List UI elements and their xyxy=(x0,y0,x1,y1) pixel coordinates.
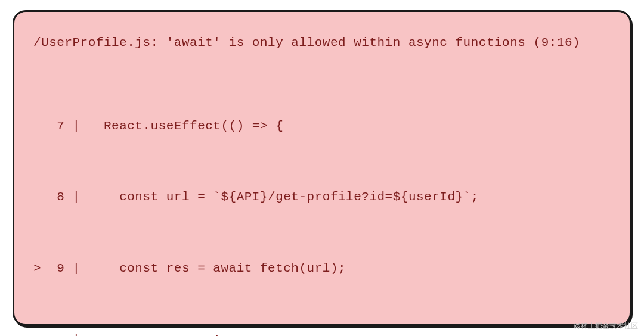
line-code: ^ xyxy=(88,333,221,336)
line-prefix: 7 | xyxy=(33,119,88,133)
code-line-highlighted: > 9 | const res = await fetch(url); xyxy=(33,257,612,281)
error-panel: /UserProfile.js: 'await' is only allowed… xyxy=(13,10,631,326)
code-line: 7 | React.useEffect(() => { xyxy=(33,114,612,138)
code-line-caret: | ^ xyxy=(33,328,612,336)
error-message-title: /UserProfile.js: 'await' is only allowed… xyxy=(33,31,612,55)
watermark-text: @稀土掘金技术社区 xyxy=(574,321,638,331)
line-code: React.useEffect(() => { xyxy=(88,119,284,133)
line-prefix: 8 | xyxy=(33,190,88,204)
code-line: 8 | const url = `${API}/get-profile?id=$… xyxy=(33,185,612,209)
line-code: const res = await fetch(url); xyxy=(88,262,346,275)
line-code: const url = `${API}/get-profile?id=${use… xyxy=(88,190,479,204)
line-prefix: > 9 | xyxy=(33,262,88,275)
line-prefix: | xyxy=(33,333,88,336)
code-snippet: 7 | React.useEffect(() => { 8 | const ur… xyxy=(33,67,612,336)
